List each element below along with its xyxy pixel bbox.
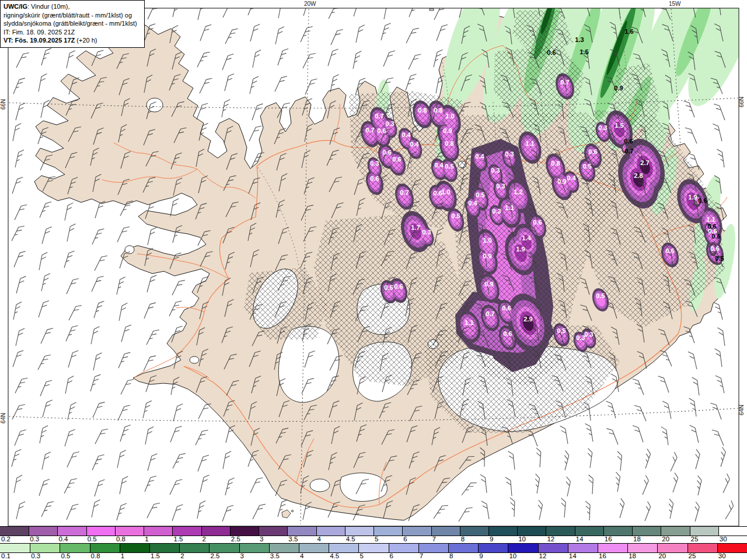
precip-value-label: 0.6	[665, 247, 674, 254]
precip-value-label: 0.9	[483, 253, 491, 260]
legend-tick-label: 0.5	[61, 552, 70, 559]
graticule-label: 15W	[669, 1, 681, 7]
model-name: UWC/IG	[4, 3, 27, 10]
info-line-1: UWC/IG: Vindur (10m),	[4, 2, 141, 11]
precip-value-label: 0.6	[698, 197, 707, 204]
precip-value-label: 1.1	[505, 204, 514, 211]
precip-value-label: 0.7	[624, 148, 633, 155]
legend-tick-label: 20	[662, 536, 669, 542]
legend-cell	[687, 544, 717, 552]
precip-value-label: 0.7	[365, 127, 374, 134]
graticule-label: 20W	[304, 1, 316, 7]
precip-value-label: 0.3	[576, 334, 585, 341]
legend-tick-label: 12	[539, 552, 547, 559]
graticule-label: 66N	[0, 99, 6, 110]
precip-value-label: 1.0	[483, 237, 491, 244]
info-line-3: slydda/snjókoma (grátt/bleikt/grænt - mm…	[4, 19, 141, 28]
legend-cell	[448, 544, 478, 552]
legend-cell	[460, 527, 488, 536]
precip-value-label: 0.3	[492, 208, 501, 215]
legend-cell	[86, 527, 115, 536]
legend-cell	[172, 527, 201, 536]
legend-cell	[538, 544, 568, 552]
precip-value-label: 0.3	[422, 229, 431, 236]
snaefellsjokull-glacier	[125, 246, 134, 254]
precip-value-label: 0.6	[547, 49, 556, 56]
legend-cell	[316, 527, 345, 536]
legend-tick-label: 0.5	[88, 536, 97, 542]
legend-tick-label: 5	[375, 536, 378, 542]
legend-tick-label: 5	[359, 552, 363, 559]
info-line-2: rigning/skúrir (grænt/blátt/rautt - mm/1…	[4, 11, 141, 20]
legend-tick-label: 2	[180, 552, 184, 559]
legend-tick-label: 0.3	[31, 552, 40, 559]
precip-value-label: 0.3	[598, 124, 607, 131]
precip-value-label: 0.6	[382, 149, 391, 156]
precip-value-label: 1.0	[445, 113, 454, 120]
precip-value-label: 0.5	[445, 163, 453, 170]
graticule-label: 64N	[738, 405, 745, 415]
precip-value-label: 2.7	[640, 159, 649, 166]
legend-cell	[30, 544, 60, 552]
legend-cell	[690, 527, 718, 536]
precip-value-label: 0.3	[370, 160, 379, 167]
legend-cell	[603, 527, 632, 536]
precip-value-label: 1.3	[575, 36, 584, 43]
precip-value-label: 0.3	[496, 183, 505, 190]
legend-cell	[345, 527, 374, 536]
legend-cell	[144, 527, 172, 536]
legend-cell	[546, 527, 574, 536]
precip-value-label: 0.5	[715, 255, 724, 262]
legend-tick-label: 1.5	[151, 552, 160, 559]
legend-tick-label: 4	[317, 536, 321, 542]
graticule-label: 66N	[738, 97, 745, 107]
legend-cell	[329, 544, 358, 552]
precip-value-label: 0.7	[560, 79, 569, 86]
legend-tick-label: 6	[390, 552, 393, 559]
precip-value-label: 1.5	[580, 48, 588, 55]
legend-tick-label: 2.5	[231, 536, 240, 542]
precip-value-label: 0.5	[384, 284, 393, 291]
precip-value-label: 0.8	[551, 160, 560, 167]
legend-cell	[431, 527, 460, 536]
graticule-label: 64N	[0, 413, 6, 424]
legend-tick-label: 2	[203, 536, 206, 542]
precip-value-label: 0.4	[567, 174, 576, 181]
legend-tick-label: 25	[691, 536, 699, 542]
legend-cell	[389, 544, 418, 552]
precip-value-label: 0.9	[443, 127, 452, 134]
precip-value-label: 0.8	[445, 140, 453, 147]
legend-tick-label: 10	[518, 536, 526, 542]
precip-value-label: 0.5	[557, 327, 566, 334]
legend-cell	[718, 527, 747, 536]
precip-value-label: 0.4	[410, 141, 419, 148]
precip-value-label: 0.6	[588, 148, 597, 155]
legend-tick-label: 4.5	[346, 536, 355, 542]
precip-value-label: 1.1	[525, 140, 534, 147]
precip-value-label: 1.9	[516, 246, 525, 253]
precip-value-label: 0.6	[394, 283, 403, 290]
legend-tick-label: 16	[605, 536, 612, 542]
legend-cell	[239, 544, 269, 552]
legend-tick-label: 3	[240, 552, 244, 559]
precip-value-label: 0.9	[614, 85, 623, 92]
precip-value-label: 0.5	[451, 212, 460, 219]
legend-cell	[179, 544, 209, 552]
legend-cell	[632, 527, 661, 536]
precip-value-label: 1.6	[624, 28, 633, 35]
legend-cell	[299, 544, 329, 552]
myrdalsjokull-glacier	[340, 473, 388, 502]
legend-tick-label: 8	[449, 552, 453, 559]
legend-cell	[478, 544, 508, 552]
thingvallavatn-lake	[190, 356, 199, 363]
precip-value-label: 0.3	[385, 120, 394, 127]
legend-cell	[0, 527, 29, 536]
legend-tick-label: 9	[490, 536, 493, 542]
legend-tick-label: 1	[121, 552, 124, 559]
precip-value-label: 0.6	[710, 245, 719, 252]
legend-tick-label: 9	[479, 552, 483, 559]
precip-value-label: 0.6	[533, 219, 542, 226]
precip-value-label: 0.5	[476, 191, 484, 198]
legend-tick-label: 1.5	[173, 536, 183, 542]
precip-value-label: 0.9	[557, 178, 566, 185]
